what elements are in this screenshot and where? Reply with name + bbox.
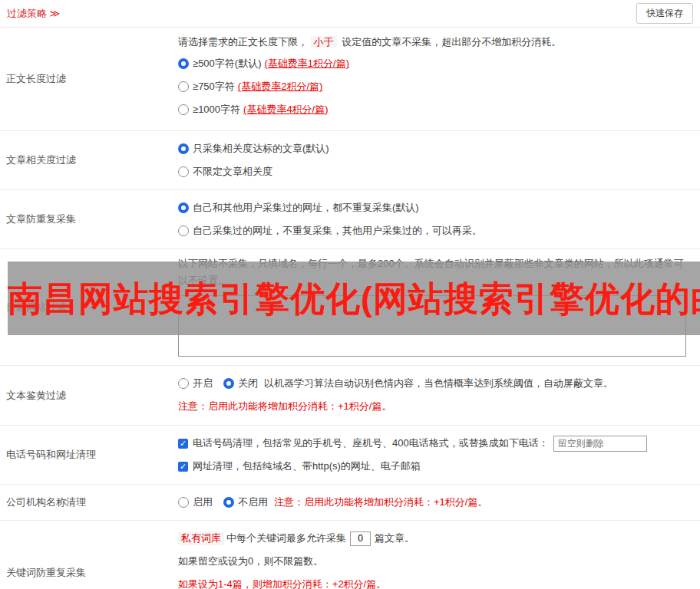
fee-note: (基础费率2积分/篇) — [238, 80, 323, 94]
option-text: 开启 — [193, 377, 213, 390]
option-text: 启用 — [193, 495, 213, 509]
radio-option-company-off[interactable]: 不启用 — [223, 491, 268, 514]
radio-checked-icon — [223, 378, 234, 389]
body-length-intro: 请选择需求的正文长度下限， 小于 设定值的文章不采集，超出部分不增加积分消耗。 — [178, 34, 692, 51]
radio-icon — [178, 497, 189, 508]
row-label-porn-filter: 文本鉴黄过滤 — [0, 366, 178, 425]
intro-text-before: 请选择需求的正文长度下限， — [178, 36, 308, 48]
option-text: 关闭 — [238, 377, 258, 390]
radio-checked-icon — [178, 143, 189, 154]
company-cost-note: 注意：启用此功能将增加积分消耗：+1积分/篇。 — [274, 495, 487, 509]
keyword-note-cost: 如果设为1-4篇，则增加积分消耗：+2积分/篇。 — [178, 573, 692, 589]
row-label-dedup: 文章防重复采集 — [0, 190, 178, 248]
fee-note: (基础费率1积分/篇) — [264, 57, 349, 71]
radio-checked-icon — [178, 202, 189, 213]
radio-option-porn-off[interactable]: 关闭 — [223, 372, 258, 395]
row-label-phone-url: 电话号码和网址清理 — [0, 426, 178, 484]
option-text: ≥500字符(默认) — [193, 57, 261, 71]
radio-option-500-chars[interactable]: ≥500字符(默认) (基础费率1积分/篇) — [178, 52, 692, 75]
radio-checked-icon — [178, 58, 189, 69]
radio-checked-icon — [223, 497, 234, 508]
radio-option-dedup-self-only[interactable]: 自己采集过的网址，不重复采集，其他用户采集过的，可以再采。 — [178, 219, 692, 242]
checkbox-url-cleanup[interactable]: 网址清理，包括纯域名、带http(s)的网址、电子邮箱 — [178, 455, 421, 478]
watermark-banner: 南昌网站搜索引擎优化(网站搜索引擎优化的白 — [8, 262, 700, 335]
row-label-keyword-dedup: 关键词防重复采集 — [0, 521, 178, 589]
watermark-text: 南昌网站搜索引擎优化(网站搜索引擎优化的白 — [8, 281, 700, 316]
fee-note: (基础费率4积分/篇) — [243, 103, 329, 117]
option-text: ≥750字符 — [193, 80, 235, 94]
porn-filter-cost-note: 注意：启用此功能将增加积分消耗：+1积分/篇。 — [178, 395, 692, 418]
row-relevance-filter: 文章相关度过滤 只采集相关度达标的文章(默认) 不限定文章相关度 — [0, 131, 700, 190]
radio-option-relevance-strict[interactable]: 只采集相关度达标的文章(默认) — [178, 137, 692, 160]
option-text: ≥1000字符 — [193, 103, 240, 117]
radio-option-dedup-all-users[interactable]: 自己和其他用户采集过的网址，都不重复采集(默认) — [178, 196, 692, 219]
radio-icon — [178, 225, 189, 236]
row-body-length-filter: 正文长度过滤 请选择需求的正文长度下限， 小于 设定值的文章不采集，超出部分不增… — [0, 28, 700, 131]
keyword-note-zero: 如果留空或设为0，则不限篇数。 — [178, 550, 692, 573]
radio-icon — [178, 378, 189, 389]
radio-icon — [178, 104, 189, 115]
row-phone-url-cleanup: 电话号码和网址清理 电话号码清理，包括常见的手机号、座机号、400电话格式，或替… — [0, 426, 700, 485]
checkbox-text: 网址清理，包括纯域名、带http(s)的网址、电子邮箱 — [193, 459, 421, 473]
checkbox-text: 电话号码清理，包括常见的手机号、座机号、400电话格式，或替换成如下电话： — [193, 436, 549, 450]
header: 过滤策略 ≫ 快速保存 — [0, 0, 700, 28]
checkbox-phone-cleanup[interactable]: 电话号码清理，包括常见的手机号、座机号、400电话格式，或替换成如下电话： — [178, 432, 549, 455]
row-company-cleanup: 公司机构名称清理 启用 不启用 注意：启用此功能将增加积分消耗：+1积分/篇。 — [0, 485, 700, 521]
option-text: 不启用 — [238, 495, 268, 509]
replacement-phone-input[interactable] — [553, 436, 647, 452]
row-label-company: 公司机构名称清理 — [0, 485, 178, 520]
row-porn-filter: 文本鉴黄过滤 开启 关闭 以机器学习算法自动识别色情内容，当色情概率达到系统阈值… — [0, 366, 700, 426]
keyword-limit-line: 私有词库 中每个关键词最多允许采集 篇文章。 — [178, 527, 692, 550]
option-text: 自己和其他用户采集过的网址，都不重复采集(默认) — [193, 201, 419, 215]
row-label-body-length: 正文长度过滤 — [0, 28, 178, 130]
private-lexicon-link[interactable]: 私有词库 — [178, 531, 224, 545]
radio-icon — [178, 166, 189, 177]
row-label-relevance: 文章相关度过滤 — [0, 131, 178, 189]
limit-text-end: 篇文章。 — [375, 531, 414, 545]
page-title[interactable]: 过滤策略 ≫ — [7, 7, 60, 21]
checkbox-checked-icon — [178, 462, 188, 472]
radio-option-1000-chars[interactable]: ≥1000字符 (基础费率4积分/篇) — [178, 98, 692, 121]
option-text: 自己采集过的网址，不重复采集，其他用户采集过的，可以再采。 — [193, 224, 482, 238]
option-text: 只采集相关度达标的文章(默认) — [193, 142, 329, 156]
row-dedup-collection: 文章防重复采集 自己和其他用户采集过的网址，都不重复采集(默认) 自己采集过的网… — [0, 190, 700, 249]
intro-highlight: 小于 — [311, 36, 337, 48]
checkbox-checked-icon — [178, 439, 188, 449]
row-keyword-dedup: 关键词防重复采集 私有词库 中每个关键词最多允许采集 篇文章。 如果留空或设为0… — [0, 521, 700, 589]
radio-option-750-chars[interactable]: ≥750字符 (基础费率2积分/篇) — [178, 75, 692, 98]
porn-filter-options-line: 开启 关闭 以机器学习算法自动识别色情内容，当色情概率达到系统阈值，自动屏蔽文章… — [178, 372, 692, 395]
radio-icon — [178, 81, 189, 92]
porn-filter-description: 以机器学习算法自动识别色情内容，当色情概率达到系统阈值，自动屏蔽文章。 — [264, 377, 613, 390]
option-text: 不限定文章相关度 — [193, 165, 272, 179]
radio-option-porn-on[interactable]: 开启 — [178, 372, 213, 395]
filter-strategy-page: 过滤策略 ≫ 快速保存 正文长度过滤 请选择需求的正文长度下限， 小于 设定值的… — [0, 0, 700, 589]
limit-text-mid: 中每个关键词最多允许采集 — [226, 531, 346, 545]
keyword-count-input[interactable] — [350, 531, 371, 546]
radio-option-relevance-any[interactable]: 不限定文章相关度 — [178, 160, 692, 183]
quick-save-button[interactable]: 快速保存 — [636, 3, 693, 24]
intro-text-after: 设定值的文章不采集，超出部分不增加积分消耗。 — [342, 36, 561, 48]
radio-option-company-on[interactable]: 启用 — [178, 491, 213, 514]
